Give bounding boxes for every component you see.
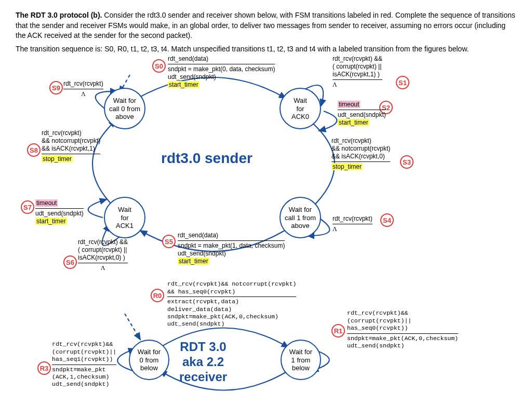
question-paragraph-1: The RDT 3.0 protocol (b). Consider the r… — [16, 10, 516, 41]
label-s4: rdt_rcv(rcvpkt) Λ — [332, 215, 373, 233]
label-s3: rdt_rcv(rcvpkt) && notcorrupt(rcvpkt) &&… — [331, 137, 390, 171]
tag-s4: S4 — [380, 213, 394, 227]
label-r3: rdt_rcv(rcvpkt)&& (corrupt(rcvpkt)|| has… — [52, 341, 116, 388]
state-wait-call-0: Wait forcall 0 fromabove — [104, 88, 145, 129]
label-s9: rdt_rcv(rcvpkt) Λ — [63, 80, 103, 98]
tag-s8: S8 — [27, 143, 41, 157]
label-s2: timeout udt_send(sndpkt) start_timer — [338, 101, 386, 127]
receiver-title: RDT 3.0 aka 2.2 receiver — [179, 340, 227, 384]
tag-r0: R0 — [151, 289, 164, 302]
tag-s7: S7 — [21, 200, 34, 214]
tag-s5: S5 — [162, 235, 176, 248]
tag-s0: S0 — [152, 59, 166, 73]
diagram-area: rdt3.0 sender Wait forcall 0 fromabove W… — [16, 59, 514, 392]
label-r0: rdt_rcv(rcvpkt)&& notcorrupt(rcvpkt) && … — [167, 280, 296, 328]
label-s6: rdt_rcv(rcvpkt) && ( corrupt(rcvpkt) || … — [78, 238, 128, 272]
tag-s3: S3 — [400, 155, 414, 169]
state-receiver-wait-1: Wait for1 frombelow — [281, 340, 321, 380]
tag-r3: R3 — [37, 361, 51, 375]
sender-title: rdt3.0 sender — [161, 150, 252, 167]
label-s5: rdt_send(data) sndpkt = make_pkt(1, data… — [178, 232, 285, 265]
label-s0: rdt_send(data) sndpkt = make_pkt(0, data… — [168, 55, 275, 89]
state-wait-ack-0: WaitforACK0 — [280, 88, 321, 129]
state-wait-call-1: Wait forcall 1 fromabove — [280, 197, 321, 238]
label-s8: rdt_rcv(rcvpkt) && notcorrupt(rcvpkt) &&… — [42, 129, 100, 163]
tag-s6: S6 — [63, 255, 77, 269]
tag-s1: S1 — [396, 76, 409, 89]
question-paragraph-2: The transition sequence is: S0, R0, t1, … — [16, 44, 516, 55]
label-s7: timeout udt_send(sndpkt) start_timer — [35, 199, 84, 225]
state-wait-ack-1: WaitforACK1 — [104, 197, 145, 238]
state-receiver-wait-0: Wait for0 frombelow — [129, 340, 169, 380]
tag-s9: S9 — [49, 81, 63, 95]
question-title: The RDT 3.0 protocol (b). — [16, 11, 102, 19]
label-r1: rdt_rcv(rcvpkt)&& (corrupt(rcvpkt)|| has… — [347, 309, 458, 349]
label-s1: rdt_rcv(rcvpkt) && ( corrupt(rcvpkt) || … — [332, 55, 382, 89]
tag-r1: R1 — [331, 324, 345, 338]
